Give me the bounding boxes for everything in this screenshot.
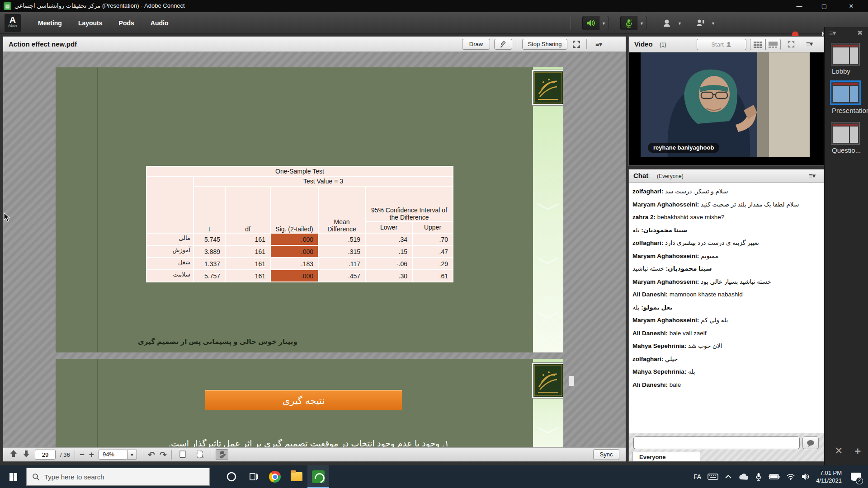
chat-message-list[interactable]: zolfaghari: سلام و تشكر. درست شدMaryam A… <box>629 183 824 433</box>
layout-thumbnail-presentation[interactable] <box>830 80 861 105</box>
layout-thumbnail-questio[interactable] <box>831 122 860 145</box>
layout-label[interactable]: Questio... <box>832 146 861 154</box>
layout-label[interactable]: Lobby <box>832 67 850 75</box>
maximize-button[interactable]: ▢ <box>814 0 835 12</box>
zoom-out-button[interactable]: − <box>80 450 85 460</box>
adobe-logo[interactable]: AAdobe <box>5 14 21 32</box>
zoom-dropdown-arrow[interactable]: ▼ <box>127 450 137 460</box>
video-fullscreen-icon[interactable] <box>787 40 795 50</box>
microphone-tray-icon[interactable] <box>755 473 762 481</box>
volume-icon[interactable] <box>802 473 810 480</box>
chat-message: Maryam Aghahosseini: ممنونم <box>632 252 820 260</box>
chat-input[interactable] <box>633 436 800 449</box>
toolbar-separator <box>517 39 517 49</box>
chat-message-sender: zolfaghari: <box>632 239 663 246</box>
col-header-ci: 95% Confidence Interval of the Differenc… <box>365 186 453 221</box>
video-count: (1) <box>660 42 666 48</box>
microphone-dropdown[interactable]: ▼ <box>637 16 646 30</box>
table-subtitle: Test Value = 3 <box>193 176 453 186</box>
cell-upper: .29 <box>412 258 453 270</box>
start-webcam-button[interactable]: Start <box>697 39 746 50</box>
col-header-t: t <box>193 186 225 233</box>
start-button[interactable] <box>0 465 26 488</box>
chrome-icon[interactable] <box>264 465 286 488</box>
tray-expand-icon[interactable] <box>725 474 732 479</box>
participant-name-label: reyhane baniyaghoob <box>648 143 719 153</box>
adobe-connect-taskbar-icon[interactable] <box>307 465 329 488</box>
menu-item-pods[interactable]: Pods <box>111 12 142 34</box>
chat-message-sender: Maryam Aghahosseini: <box>632 278 699 285</box>
language-indicator[interactable]: FA <box>693 473 701 480</box>
file-explorer-icon[interactable] <box>286 465 307 488</box>
speaker-dropdown[interactable]: ▼ <box>599 16 609 30</box>
webcam-icon[interactable] <box>658 16 675 30</box>
cortana-icon[interactable] <box>221 465 242 488</box>
fit-width-button[interactable] <box>176 449 189 460</box>
cell-sig: .183 <box>270 258 318 270</box>
taskbar-clock[interactable]: 7:01 PM 4/11/2021 <box>816 469 842 484</box>
redo-button[interactable]: ↷ <box>160 450 167 460</box>
tools-icon[interactable]: ✕ <box>835 445 843 457</box>
onedrive-icon[interactable] <box>738 474 749 480</box>
chat-message: Maryam Aghahosseini: بله ولي كم <box>632 316 820 324</box>
video-pod-title: Video <box>634 40 653 48</box>
draw-button[interactable]: Draw <box>462 39 490 50</box>
share-pod-content: One-Sample Test Test Value = 3 t df Sig.… <box>3 52 626 447</box>
undo-button[interactable]: ↶ <box>148 450 155 460</box>
video-pod-menu-icon[interactable]: ≡▾ <box>806 40 812 48</box>
cell-t: 3.889 <box>193 245 225 258</box>
pencil-tool-button[interactable] <box>494 39 512 50</box>
zoom-level-select[interactable]: 94%▼ <box>99 450 127 460</box>
microphone-muted-icon[interactable] <box>620 16 637 30</box>
layout-thumbnail-lobby[interactable] <box>831 43 860 66</box>
wifi-icon[interactable] <box>786 474 795 480</box>
layouts-close-icon[interactable]: ✖ <box>857 29 863 37</box>
status-dropdown[interactable]: ▼ <box>709 16 718 30</box>
menu-item-layouts[interactable]: Layouts <box>70 12 111 34</box>
taskbar-search[interactable]: Type here to search <box>26 468 210 486</box>
share-pod-menu-icon[interactable]: ≡▾ <box>595 40 602 48</box>
pan-tool-button[interactable] <box>216 449 228 460</box>
layout-label[interactable]: Presentation <box>832 107 868 114</box>
chat-pod: Chat (Everyone) ≡▾ zolfaghari: سلام و تش… <box>628 169 824 462</box>
chat-message: zolfaghari: تغيير گزينه ي درست درد بيشتر… <box>632 239 820 247</box>
table-row: مالی5.745161.000.519.34.70 <box>146 233 453 245</box>
chat-tab-everyone[interactable]: Everyone <box>632 452 700 461</box>
raise-hand-icon[interactable] <box>692 16 709 30</box>
next-slide-button[interactable] <box>22 450 30 460</box>
clock-time: 7:01 PM <box>816 469 842 477</box>
grid-view-toggle[interactable] <box>750 39 765 50</box>
fullscreen-icon[interactable] <box>572 40 581 51</box>
chat-pod-menu-icon[interactable]: ≡▾ <box>809 172 815 180</box>
presentation-scrollbar-thumb[interactable] <box>568 375 575 386</box>
chat-message-sender: Ali Daneshi: <box>632 381 668 388</box>
cell-mean-difference: .457 <box>318 270 365 282</box>
notification-center-icon[interactable]: 2 <box>848 465 863 488</box>
close-button[interactable]: ✕ <box>841 0 862 12</box>
chat-message: zahra 2: bebakhshid save mishe? <box>632 213 820 221</box>
fit-page-button[interactable] <box>193 449 206 460</box>
page-number-input[interactable] <box>35 450 56 460</box>
chat-message: Ali Daneshi: mamnoon khaste nabashid <box>632 291 820 299</box>
document-title: Action effect new.pdf <box>9 40 77 48</box>
menu-item-meeting[interactable]: Meeting <box>30 12 70 34</box>
filmstrip-view-toggle[interactable] <box>765 39 781 50</box>
toolbar-separator <box>800 39 800 49</box>
stop-sharing-button[interactable]: Stop Sharing <box>522 39 567 50</box>
add-layout-icon[interactable]: ＋ <box>853 444 863 458</box>
cell-t: 5.745 <box>193 233 225 245</box>
minimize-button[interactable]: — <box>789 0 810 12</box>
previous-slide-button[interactable] <box>9 450 18 460</box>
webcam-dropdown[interactable]: ▼ <box>675 16 684 30</box>
keyboard-icon[interactable] <box>708 473 718 480</box>
zoom-in-button[interactable]: + <box>89 450 94 460</box>
sync-button[interactable]: Sync <box>593 449 619 460</box>
video-pod-header: Video (1) Start ≡▾ <box>629 37 824 52</box>
menu-item-audio[interactable]: Audio <box>142 12 177 34</box>
layouts-menu-icon[interactable]: ≡▾ <box>829 29 835 37</box>
battery-icon[interactable] <box>768 474 780 480</box>
table-row: شغل1.337161.183.117-.06.29 <box>146 258 453 270</box>
chat-send-bubble-button[interactable] <box>802 436 819 449</box>
speaker-icon[interactable] <box>582 16 599 30</box>
task-view-icon[interactable] <box>242 465 264 488</box>
